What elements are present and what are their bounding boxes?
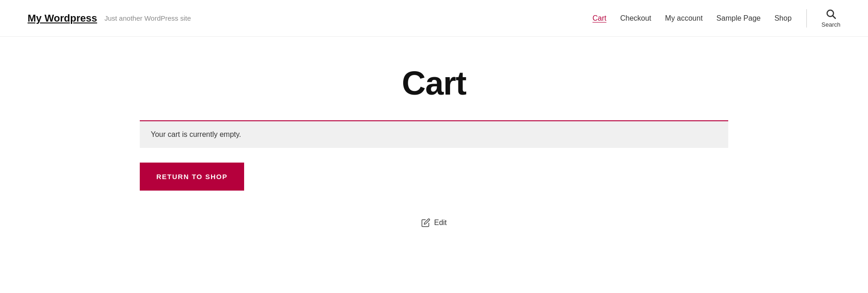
nav-divider <box>806 9 807 28</box>
nav-item-cart[interactable]: Cart <box>593 14 606 23</box>
page-title-section: Cart <box>140 37 728 120</box>
site-title[interactable]: My Wordpress <box>28 12 97 24</box>
return-to-shop-button[interactable]: RETURN TO SHOP <box>140 163 244 191</box>
nav-link-my-account[interactable]: My account <box>665 14 703 22</box>
search-label: Search <box>822 21 840 28</box>
header-left: My Wordpress Just another WordPress site <box>28 12 191 24</box>
svg-line-1 <box>833 16 836 19</box>
nav-link-sample-page[interactable]: Sample Page <box>716 14 760 22</box>
nav-item-checkout[interactable]: Checkout <box>620 14 651 23</box>
main-content: Cart Your cart is currently empty. RETUR… <box>112 37 756 237</box>
search-icon <box>825 8 836 19</box>
nav-link-cart[interactable]: Cart <box>593 14 606 22</box>
edit-icon <box>421 218 430 227</box>
edit-section: Edit <box>140 209 728 237</box>
search-button[interactable]: Search <box>822 8 840 28</box>
edit-link[interactable]: Edit <box>434 219 447 227</box>
cart-empty-notice: Your cart is currently empty. <box>140 121 728 148</box>
nav-item-my-account[interactable]: My account <box>665 14 703 23</box>
nav-link-checkout[interactable]: Checkout <box>620 14 651 22</box>
site-tagline: Just another WordPress site <box>104 14 191 22</box>
nav-link-shop[interactable]: Shop <box>774 14 791 22</box>
header-right: Cart Checkout My account Sample Page Sho… <box>593 8 840 28</box>
page-title: Cart <box>140 64 728 102</box>
site-header: My Wordpress Just another WordPress site… <box>0 0 868 37</box>
nav-item-sample-page[interactable]: Sample Page <box>716 14 760 23</box>
nav-item-shop[interactable]: Shop <box>774 14 791 23</box>
nav-links: Cart Checkout My account Sample Page Sho… <box>593 14 792 23</box>
main-nav: Cart Checkout My account Sample Page Sho… <box>593 14 792 23</box>
